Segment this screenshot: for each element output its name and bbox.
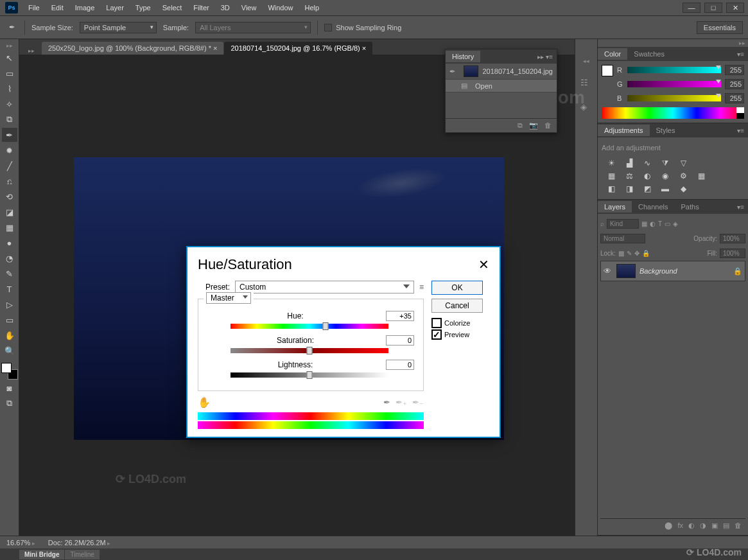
opacity-value[interactable]: 100% bbox=[720, 234, 745, 243]
cancel-button[interactable]: Cancel bbox=[431, 299, 483, 313]
paths-tab[interactable]: Paths bbox=[675, 201, 706, 213]
mini-bridge-tab[interactable]: Mini Bridge bbox=[19, 550, 64, 559]
menu-select[interactable]: Select bbox=[157, 1, 187, 14]
preset-select[interactable]: Custom bbox=[235, 281, 414, 293]
g-value[interactable]: 255 bbox=[725, 79, 744, 89]
collapse-handle-icon[interactable]: ◂◂ bbox=[580, 57, 592, 65]
trash-icon[interactable]: 🗑 bbox=[735, 521, 742, 530]
menu-edit[interactable]: Edit bbox=[46, 1, 69, 14]
trash-icon[interactable]: 🗑 bbox=[544, 121, 552, 130]
zoom-tool[interactable]: 🔍 bbox=[2, 344, 17, 358]
menu-image[interactable]: Image bbox=[70, 1, 100, 14]
dialog-close-button[interactable]: ✕ bbox=[478, 257, 489, 272]
lightness-input[interactable] bbox=[386, 360, 414, 370]
colorize-checkbox[interactable]: Colorize bbox=[431, 318, 489, 328]
doc-size[interactable]: Doc: 26.2M/26.2M bbox=[48, 539, 110, 547]
screen-mode-toggle[interactable]: ⧉ bbox=[2, 396, 17, 410]
lock-pos-icon[interactable]: ✥ bbox=[634, 250, 639, 257]
menu-3d[interactable]: 3D bbox=[216, 1, 235, 14]
menu-window[interactable]: Window bbox=[263, 1, 298, 14]
hue-input[interactable] bbox=[386, 311, 414, 321]
hand-tool[interactable]: ✋ bbox=[2, 328, 17, 342]
eyedropper-minus-icon[interactable]: ✒₋ bbox=[412, 398, 424, 407]
menu-filter[interactable]: Filter bbox=[188, 1, 214, 14]
r-slider[interactable] bbox=[627, 67, 721, 73]
quick-mask-toggle[interactable]: ◙ bbox=[2, 381, 17, 395]
collapse-handle-icon[interactable]: ▸▸ bbox=[4, 42, 15, 49]
fill-value[interactable]: 100% bbox=[720, 249, 745, 258]
show-sampling-ring-option[interactable]: Show Sampling Ring bbox=[324, 24, 401, 31]
history-source-row[interactable]: ✒ 20180714_150204.jpg bbox=[446, 64, 557, 80]
hue-saturation-dialog[interactable]: Hue/Saturation ✕ Preset: Custom ≡ Master… bbox=[186, 246, 501, 438]
color-tab[interactable]: Color bbox=[598, 48, 627, 60]
document-tab[interactable]: 250x250_logo.jpg @ 100% (Background, RGB… bbox=[42, 42, 223, 55]
color-lookup-icon[interactable]: ▦ bbox=[695, 171, 707, 181]
panel-icon-2[interactable]: ◈ bbox=[580, 102, 592, 114]
blend-mode-select[interactable]: Normal bbox=[600, 234, 645, 243]
color-spectrum[interactable] bbox=[602, 107, 744, 119]
healing-brush-tool[interactable]: ✹ bbox=[2, 143, 17, 157]
ok-button[interactable]: OK bbox=[431, 281, 483, 295]
eyedropper-icon[interactable]: ✒ bbox=[383, 398, 390, 407]
collapse-handle-icon[interactable]: ▸▸ bbox=[598, 39, 748, 47]
timeline-tab[interactable]: Timeline bbox=[65, 550, 99, 559]
posterize-icon[interactable]: ◨ bbox=[623, 184, 635, 194]
brush-tool[interactable]: ╱ bbox=[2, 159, 17, 173]
panel-collapse-icon[interactable]: ▸▸ ▾≡ bbox=[534, 53, 557, 60]
color-balance-icon[interactable]: ⚖ bbox=[623, 171, 635, 181]
maximize-button[interactable]: □ bbox=[704, 3, 722, 13]
adj-layer-icon[interactable]: ◑ bbox=[700, 521, 706, 530]
move-tool[interactable]: ↖ bbox=[2, 51, 17, 65]
panel-menu-icon[interactable]: ▾≡ bbox=[733, 204, 748, 211]
close-button[interactable]: ✕ bbox=[726, 3, 744, 13]
marquee-tool[interactable]: ▭ bbox=[2, 66, 17, 80]
lightness-slider[interactable] bbox=[230, 372, 388, 378]
dodge-tool[interactable]: ◔ bbox=[2, 251, 17, 265]
bw-icon[interactable]: ◐ bbox=[641, 171, 653, 181]
panel-menu-icon[interactable]: ▾≡ bbox=[733, 127, 748, 134]
menu-file[interactable]: File bbox=[23, 1, 45, 14]
lock-trans-icon[interactable]: ▩ bbox=[618, 250, 624, 257]
hue-sat-icon[interactable]: ▦ bbox=[605, 171, 617, 181]
lock-all-icon[interactable]: 🔒 bbox=[642, 250, 650, 257]
filter-shape-icon[interactable]: ▭ bbox=[665, 220, 670, 227]
lasso-tool[interactable]: ⌇ bbox=[2, 82, 17, 96]
menu-help[interactable]: Help bbox=[300, 1, 325, 14]
fx-icon[interactable]: fx bbox=[677, 521, 683, 530]
layer-name[interactable]: Background bbox=[639, 267, 729, 275]
layer-thumbnail[interactable] bbox=[616, 264, 636, 278]
new-doc-icon[interactable]: ⧉ bbox=[518, 121, 523, 130]
sample-size-select[interactable]: Point Sample bbox=[80, 22, 157, 33]
curves-icon[interactable]: ∿ bbox=[641, 158, 653, 168]
link-icon[interactable]: ⬤ bbox=[665, 521, 672, 530]
menu-view[interactable]: View bbox=[236, 1, 262, 14]
brightness-icon[interactable]: ☀ bbox=[605, 158, 617, 168]
b-slider[interactable] bbox=[627, 95, 721, 101]
panel-icon-1[interactable]: ☷ bbox=[580, 78, 592, 89]
eyedropper-tool[interactable]: ✒ bbox=[2, 128, 17, 142]
levels-icon[interactable]: ▟ bbox=[623, 158, 635, 168]
eraser-tool[interactable]: ◪ bbox=[2, 205, 17, 219]
g-slider[interactable] bbox=[627, 81, 721, 87]
pen-tool[interactable]: ✎ bbox=[2, 267, 17, 281]
workspace-switcher[interactable]: Essentials bbox=[697, 21, 743, 34]
range-select[interactable]: Master bbox=[206, 292, 251, 304]
magic-wand-tool[interactable]: ✧ bbox=[2, 97, 17, 111]
history-step-row[interactable]: ▤ Open bbox=[446, 80, 557, 92]
swatches-tab[interactable]: Swatches bbox=[627, 48, 671, 60]
gradient-tool[interactable]: ▦ bbox=[2, 220, 17, 234]
vibrance-icon[interactable]: ▽ bbox=[677, 158, 689, 168]
history-brush-tool[interactable]: ⟲ bbox=[2, 189, 17, 204]
group-icon[interactable]: ▣ bbox=[711, 521, 718, 530]
collapse-handle-icon[interactable]: ▸▸ bbox=[26, 47, 37, 55]
layers-tab[interactable]: Layers bbox=[598, 201, 632, 213]
filter-pixel-icon[interactable]: ▦ bbox=[641, 220, 647, 227]
color-swatches[interactable] bbox=[1, 363, 18, 380]
channel-mixer-icon[interactable]: ⚙ bbox=[677, 171, 689, 181]
zoom-level[interactable]: 16.67% bbox=[6, 539, 35, 547]
filter-smart-icon[interactable]: ◈ bbox=[673, 220, 678, 227]
styles-tab[interactable]: Styles bbox=[650, 125, 682, 136]
adjustments-tab[interactable]: Adjustments bbox=[598, 125, 650, 136]
exposure-icon[interactable]: ⧩ bbox=[659, 158, 671, 168]
panel-color-swatch[interactable] bbox=[602, 65, 613, 76]
